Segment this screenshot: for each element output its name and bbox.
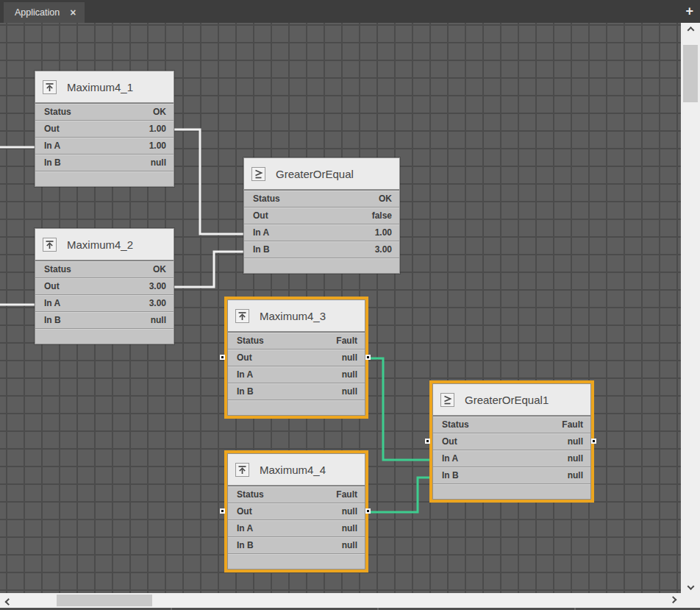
row-value: null: [342, 540, 357, 550]
node-row-out[interactable]: Outfalse: [244, 207, 399, 224]
greater-or-equal-icon: [251, 167, 265, 181]
diagram-canvas[interactable]: Maximum4_1StatusOKOut1.00In A1.00In Bnul…: [0, 23, 681, 593]
row-label: Out: [237, 506, 252, 517]
row-value: 1.00: [375, 227, 392, 238]
row-value: null: [568, 453, 583, 464]
node-row-out[interactable]: Out1.00: [35, 120, 174, 137]
scroll-up-button[interactable]: [681, 23, 700, 39]
row-value: 3.00: [375, 244, 392, 255]
row-label: Status: [44, 107, 71, 117]
wire-maximum4_1-out-to-greaterorequal-in-a[interactable]: [174, 130, 243, 234]
greater-or-equal-icon: [440, 393, 454, 407]
row-value: null: [342, 523, 357, 533]
node-Maximum4_1[interactable]: Maximum4_1StatusOKOut1.00In A1.00In Bnul…: [35, 71, 174, 187]
row-value: OK: [153, 264, 166, 274]
row-value: OK: [153, 107, 166, 117]
node-title: GreaterOrEqual1: [465, 394, 549, 406]
node-row-in-b[interactable]: In B3.00: [244, 241, 399, 258]
row-value: null: [568, 436, 583, 447]
node-row-out[interactable]: Outnull: [228, 503, 365, 519]
horizontal-scroll-thumb[interactable]: [57, 595, 152, 606]
node-title: Maximum4_1: [67, 81, 133, 93]
node-title: Maximum4_4: [260, 464, 326, 476]
row-label: In B: [44, 315, 61, 325]
node-Maximum4_3[interactable]: Maximum4_3StatusFaultOutnullIn AnullIn B…: [227, 299, 365, 416]
port-Maximum4_3-out-left[interactable]: [220, 355, 225, 360]
row-label: In A: [237, 523, 253, 533]
row-value: 1.00: [149, 124, 166, 134]
node-row-in-b[interactable]: In Bnull: [433, 467, 590, 483]
tab-close-icon[interactable]: ×: [70, 7, 76, 18]
node-footer: [244, 258, 399, 273]
node-row-in-a[interactable]: In A3.00: [35, 294, 174, 311]
node-row-out[interactable]: Out3.00: [35, 277, 174, 294]
row-value: Fault: [336, 336, 357, 346]
node-row-in-a[interactable]: In A1.00: [244, 224, 399, 241]
scroll-right-button[interactable]: [665, 593, 681, 608]
tab-application[interactable]: Application ×: [4, 2, 85, 23]
node-row-in-a[interactable]: In A1.00: [35, 137, 174, 154]
node-header[interactable]: Maximum4_4: [228, 454, 365, 486]
row-label: Status: [237, 489, 264, 500]
row-value: Fault: [336, 489, 357, 500]
port-GreaterOrEqual1-out-right[interactable]: [591, 439, 596, 444]
node-row-out[interactable]: Outnull: [433, 433, 590, 450]
vertical-scrollbar[interactable]: [681, 23, 700, 593]
node-row-status[interactable]: StatusFault: [228, 332, 365, 349]
node-row-status[interactable]: StatusOK: [244, 190, 399, 207]
row-label: In B: [237, 540, 254, 550]
tab-bar: Application × +: [0, 0, 700, 23]
row-value: null: [342, 386, 357, 397]
row-value: null: [342, 506, 357, 517]
horizontal-scrollbar[interactable]: [0, 593, 681, 608]
scroll-down-button[interactable]: [681, 577, 700, 593]
row-label: In A: [237, 369, 253, 380]
node-header[interactable]: GreaterOrEqual: [244, 158, 399, 190]
node-footer: [433, 483, 590, 499]
node-row-in-a[interactable]: In Anull: [228, 366, 365, 383]
wire-maximum4_3-out-to-greaterorequal1-in-a[interactable]: [369, 358, 432, 460]
port-Maximum4_4-out-left[interactable]: [220, 508, 225, 514]
row-value: OK: [379, 194, 392, 204]
row-label: In B: [44, 157, 61, 168]
node-row-in-a[interactable]: In Anull: [433, 450, 590, 467]
node-row-in-b[interactable]: In Bnull: [228, 536, 365, 553]
maximum-icon: [43, 238, 57, 252]
row-label: In A: [442, 453, 458, 464]
node-row-status[interactable]: StatusFault: [228, 486, 365, 503]
node-row-status[interactable]: StatusOK: [35, 260, 174, 277]
node-Maximum4_4[interactable]: Maximum4_4StatusFaultOutnullIn AnullIn B…: [227, 453, 365, 570]
node-row-status[interactable]: StatusFault: [433, 416, 590, 433]
node-row-in-b[interactable]: In Bnull: [35, 154, 174, 171]
row-value: null: [151, 315, 166, 325]
vertical-scroll-thumb[interactable]: [683, 45, 698, 102]
port-Maximum4_4-out-right[interactable]: [365, 508, 371, 514]
add-tab-button[interactable]: +: [685, 3, 693, 19]
row-label: Out: [44, 124, 60, 134]
node-row-status[interactable]: StatusOK: [35, 103, 174, 120]
scroll-left-button[interactable]: [0, 593, 16, 608]
port-Maximum4_3-out-right[interactable]: [365, 355, 371, 360]
maximum-icon: [235, 309, 249, 323]
row-label: Out: [253, 210, 268, 221]
node-GreaterOrEqual1[interactable]: GreaterOrEqual1StatusFaultOutnullIn Anul…: [432, 383, 591, 500]
node-footer: [35, 328, 174, 344]
node-header[interactable]: Maximum4_2: [35, 229, 174, 260]
row-label: Status: [237, 336, 264, 346]
node-Maximum4_2[interactable]: Maximum4_2StatusOKOut3.00In A3.00In Bnul…: [35, 228, 174, 344]
node-row-in-b[interactable]: In Bnull: [228, 383, 365, 400]
node-row-in-b[interactable]: In Bnull: [35, 311, 174, 328]
row-label: Out: [237, 352, 252, 363]
node-header[interactable]: GreaterOrEqual1: [433, 384, 590, 416]
node-row-in-a[interactable]: In Anull: [228, 519, 365, 536]
row-value: null: [568, 470, 583, 480]
node-GreaterOrEqual[interactable]: GreaterOrEqualStatusOKOutfalseIn A1.00In…: [243, 157, 400, 274]
node-row-out[interactable]: Outnull: [228, 349, 365, 366]
node-header[interactable]: Maximum4_1: [35, 71, 174, 103]
port-GreaterOrEqual1-out-left[interactable]: [425, 439, 430, 444]
wire-maximum4_4-out-to-greaterorequal1-in-b[interactable]: [369, 478, 432, 512]
node-footer: [228, 553, 365, 569]
node-header[interactable]: Maximum4_3: [228, 300, 365, 332]
row-label: In B: [253, 244, 270, 255]
wire-maximum4_2-out-to-greaterorequal-in-b[interactable]: [174, 252, 243, 287]
